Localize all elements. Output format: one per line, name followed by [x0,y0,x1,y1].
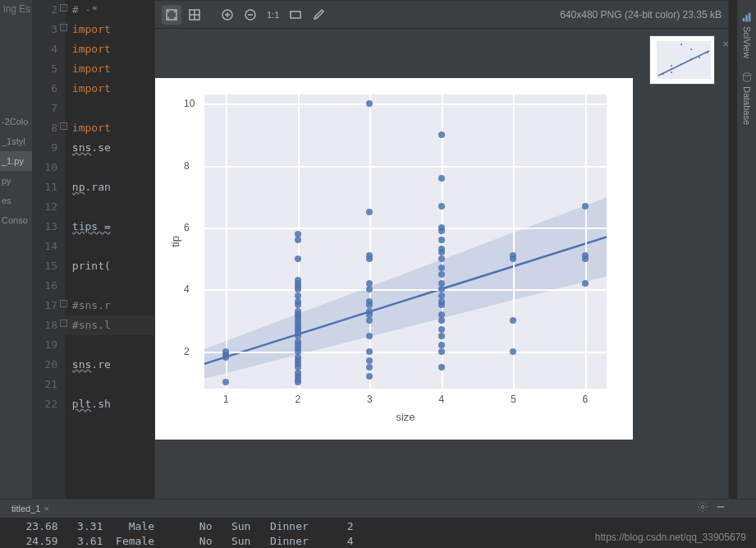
plot-axes: 123456246810sizetip [204,94,607,389]
zoom-ratio-label[interactable]: 1:1 [267,10,279,20]
image-info: 640x480 PNG (24-bit color) 23.35 kB [560,9,722,21]
actual-size-icon[interactable] [286,5,305,25]
svg-line-6 [204,237,607,364]
thumbnail-strip: × [649,35,718,85]
console-tab[interactable]: titled_1 × [5,502,56,515]
gear-icon[interactable] [697,501,708,515]
svg-point-14 [680,44,682,45]
svg-rect-7 [657,41,711,79]
file-tab[interactable]: py [0,171,32,191]
right-tool-rail: SciView Database [736,0,756,548]
watermark: https://blog.csdn.net/qq_33905679 [595,532,746,543]
svg-point-10 [671,68,672,70]
file-tabs-sidebar: ing Es -2Colo _1styl _1.py py es Conso [0,0,33,548]
plot-thumbnail[interactable]: × [649,35,715,85]
database-tab[interactable]: Database [740,65,754,131]
database-tab-label: Database [742,86,752,125]
chart-icon [741,12,753,23]
breadcrumb: ing Es [0,2,34,16]
color-picker-icon[interactable] [309,5,328,25]
svg-rect-20 [745,15,748,21]
svg-point-18 [707,52,708,53]
close-icon[interactable]: × [722,38,729,50]
svg-point-23 [701,505,704,509]
code-editor[interactable]: 2−3−45678−91011121314151617−18−19202122 … [33,0,160,548]
svg-rect-21 [748,13,750,22]
svg-point-17 [699,57,700,58]
grid-icon[interactable] [185,5,204,25]
line-gutter: 2−3−45678−91011121314151617−18−19202122 [33,0,66,548]
svg-rect-19 [742,18,745,21]
svg-point-12 [671,71,672,73]
zoom-out-icon[interactable] [241,5,260,25]
zoom-in-icon[interactable] [218,5,237,25]
file-tab-active[interactable]: _1.py [0,151,32,171]
bottom-tab-bar: titled_1 × [0,500,756,518]
svg-point-9 [662,73,664,75]
svg-point-16 [690,48,692,50]
close-icon[interactable]: × [44,504,48,513]
svg-point-22 [743,73,750,76]
database-icon [741,71,753,83]
file-tab[interactable]: _1styl [0,131,32,151]
svg-rect-4 [291,12,300,18]
minimize-icon[interactable] [715,501,726,515]
file-tab[interactable]: es [0,191,32,210]
svg-point-13 [680,63,682,65]
sciview-toolbar: 1:1 640x480 PNG (24-bit color) 23.35 kB [155,1,728,29]
file-tab[interactable]: -2Colo [0,112,32,131]
code-text[interactable]: # -* import import import import import … [66,0,160,548]
sciview-panel: 1:1 640x480 PNG (24-bit color) 23.35 kB … [154,0,729,512]
fit-screen-icon[interactable] [162,5,181,25]
sciview-tab-label: SciView [742,26,752,58]
svg-point-11 [671,65,672,67]
plot-image[interactable]: 123456246810sizetip [155,78,633,440]
file-tab[interactable]: Conso [0,210,32,230]
svg-point-15 [690,58,692,60]
console-tab-label: titled_1 [11,504,40,513]
sciview-body: 123456246810sizetip × [155,29,728,511]
sciview-tab[interactable]: SciView [740,5,754,65]
